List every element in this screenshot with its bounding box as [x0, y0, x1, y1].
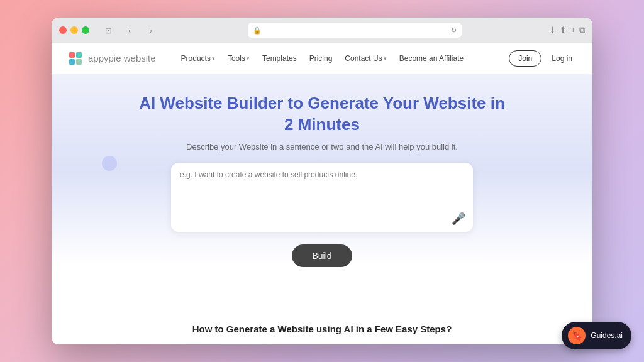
maximize-button[interactable] — [82, 26, 89, 34]
logo-name: appypie — [88, 53, 121, 63]
decorative-circle — [102, 156, 117, 171]
chevron-down-icon: ▾ — [247, 55, 250, 62]
forward-button[interactable]: › — [142, 23, 160, 37]
logo-suffix: website — [121, 53, 156, 63]
how-title: How to Generate a Website using AI in a … — [77, 324, 567, 334]
guides-ai-button[interactable]: 🔖 Guides.ai — [562, 322, 631, 349]
tabs-icon[interactable]: ⧉ — [579, 25, 585, 35]
guides-icon: 🔖 — [568, 327, 586, 344]
logo-icon — [67, 50, 84, 67]
nav-templates[interactable]: Templates — [257, 52, 302, 65]
nav-products[interactable]: Products ▾ — [176, 52, 220, 65]
new-tab-icon[interactable]: + — [570, 25, 575, 35]
browser-content: appypie website Products ▾ Tools ▾ Templ… — [52, 43, 592, 344]
logo-text: appypie website — [88, 53, 156, 63]
browser-actions: ⬇ ⬆ + ⧉ — [549, 25, 585, 35]
close-button[interactable] — [59, 26, 67, 34]
back-button[interactable]: ‹ — [121, 23, 138, 37]
download-icon[interactable]: ⬇ — [549, 25, 556, 35]
nav-actions: Join Log in — [509, 50, 577, 67]
browser-window: ⊡ ‹ › 🔒 ↻ ⬇ ⬆ + ⧉ — [52, 18, 592, 344]
hero-subtitle: Describe your Website in a sentence or t… — [186, 142, 458, 151]
nav-tools[interactable]: Tools ▾ — [223, 52, 255, 65]
address-bar-wrapper: 🔒 ↻ — [165, 23, 544, 38]
how-section: How to Generate a Website using AI in a … — [52, 314, 592, 344]
nav-affiliate[interactable]: Become an Affiliate — [394, 52, 469, 65]
build-button[interactable]: Build — [292, 244, 352, 267]
chevron-down-icon: ▾ — [384, 55, 387, 62]
nav-contact[interactable]: Contact Us ▾ — [340, 52, 391, 65]
chevron-down-icon: ▾ — [212, 55, 215, 62]
nav-links: Products ▾ Tools ▾ Templates Pricing Con — [176, 52, 497, 65]
logo-area[interactable]: appypie website — [67, 50, 156, 67]
join-button[interactable]: Join — [509, 50, 541, 67]
microphone-icon[interactable]: 🎤 — [452, 212, 465, 226]
guides-label: Guides.ai — [591, 331, 623, 340]
lock-icon: 🔒 — [253, 26, 262, 35]
sidebar-toggle-button[interactable]: ⊡ — [99, 23, 117, 37]
login-button[interactable]: Log in — [547, 51, 577, 66]
address-bar[interactable]: 🔒 ↻ — [248, 23, 462, 38]
minimize-button[interactable] — [70, 26, 78, 34]
browser-controls: ⊡ ‹ › — [99, 23, 160, 37]
hero-section: AI Website Builder to Generate Your Webs… — [52, 74, 592, 314]
refresh-icon[interactable]: ↻ — [451, 26, 457, 35]
browser-titlebar: ⊡ ‹ › 🔒 ↻ ⬇ ⬆ + ⧉ — [52, 18, 592, 43]
hero-wave — [52, 276, 592, 314]
hero-title: AI Website Builder to Generate Your Webs… — [133, 93, 511, 136]
textarea-container: 🎤 — [171, 163, 473, 232]
website-description-input[interactable] — [180, 170, 464, 221]
traffic-lights — [59, 26, 89, 34]
share-icon[interactable]: ⬆ — [560, 25, 567, 35]
site-navbar: appypie website Products ▾ Tools ▾ Templ… — [52, 43, 592, 74]
nav-pricing[interactable]: Pricing — [304, 52, 338, 65]
